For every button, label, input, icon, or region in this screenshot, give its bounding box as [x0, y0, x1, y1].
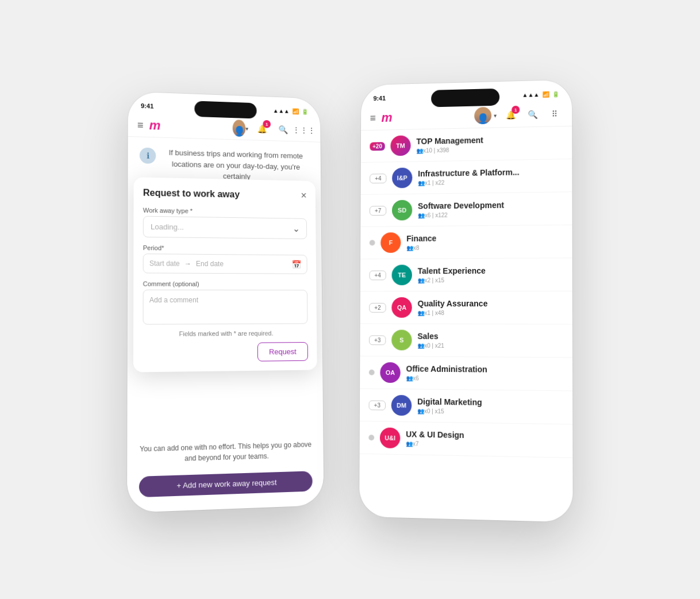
search-icon[interactable]: 🔍	[275, 121, 291, 137]
dept-meta: 👥x7	[406, 440, 563, 450]
dept-info: Quality Assurance 👥x1 | x48	[418, 299, 563, 316]
dept-meta: 👥x1 | x22	[418, 178, 563, 186]
dept-meta: 👥x1 | x48	[418, 310, 563, 316]
list-item[interactable]: +2 QA Quality Assurance 👥x1 | x48	[360, 291, 572, 325]
dept-name: UX & UI Design	[406, 429, 563, 441]
period-label: Period*	[143, 244, 307, 253]
comment-textarea[interactable]: Add a comment	[143, 290, 308, 325]
dept-name: Digital Marketing	[417, 397, 563, 409]
modal-title: Request to work away	[143, 187, 240, 199]
right-status-icons: ▲▲▲ 📶 🔋	[522, 91, 559, 98]
signal-icon: ▲▲▲	[522, 91, 540, 98]
search-icon[interactable]: 🔍	[524, 106, 540, 123]
dept-info: Finance 👥x8	[406, 233, 563, 251]
dept-name: Talent Experience	[418, 266, 563, 276]
start-date-placeholder: Start date	[149, 259, 180, 267]
work-away-type-label: Work away type *	[143, 207, 307, 216]
list-item[interactable]: +3 DM Digital Marketing 👥x0 | x15	[360, 389, 573, 424]
right-phone: 9:41 ▲▲▲ 📶 🔋 ≡ m ▾ 🔔 1 🔍 ⠿	[359, 80, 573, 523]
list-item[interactable]: +4 I&P Infrastructure & Platform... 👥x1 …	[361, 159, 572, 195]
dept-count-badge: +7	[370, 206, 386, 216]
chevron-down-icon: ▾	[245, 125, 248, 132]
dept-avatar: S	[391, 330, 412, 351]
dept-avatar: OA	[380, 362, 400, 383]
scene: 9:41 ▲▲▲ 📶 🔋 ≡ m ▾ 🔔 1 🔍 ⋮⋮⋮	[34, 81, 666, 518]
dept-info: TOP Management 👥x10 | x398	[416, 134, 563, 153]
comment-label: Comment (optional)	[143, 281, 307, 288]
list-item[interactable]: +3 S Sales 👥x0 | x21	[360, 324, 572, 358]
request-button[interactable]: Request	[257, 342, 308, 362]
modal-header: Request to work away ×	[143, 186, 307, 201]
notification-icon[interactable]: 🔔 1	[254, 121, 270, 137]
people-icon: 👥	[417, 408, 424, 414]
period-field[interactable]: Start date → End date 📅	[143, 254, 307, 274]
dept-avatar: SD	[392, 200, 412, 221]
avatar-container[interactable]: ▾	[233, 120, 249, 136]
people-icon: 👥	[406, 375, 413, 381]
info-icon: ℹ	[140, 147, 156, 164]
hamburger-icon[interactable]: ≡	[137, 119, 144, 131]
list-item[interactable]: U&I UX & UI Design 👥x7	[360, 421, 573, 458]
hamburger-icon[interactable]: ≡	[370, 112, 376, 124]
people-icon: 👥	[418, 212, 425, 218]
dept-avatar: I&P	[392, 167, 412, 188]
avatar-group[interactable]: ▾	[474, 107, 497, 125]
dept-count-badge: +2	[369, 302, 386, 312]
list-item[interactable]: OA Office Administration 👥x6	[360, 356, 572, 391]
close-button[interactable]: ×	[301, 190, 306, 202]
dept-meta: 👥x6	[406, 375, 563, 383]
department-list: +20 TM TOP Management 👥x10 | x398 +4 I&P…	[360, 126, 573, 458]
list-item[interactable]: F Finance 👥x8	[360, 225, 572, 259]
dept-name: Office Administration	[406, 364, 563, 375]
right-time: 9:41	[374, 95, 386, 102]
dept-dot	[370, 240, 375, 245]
dept-meta: 👥x2 | x15	[418, 277, 563, 283]
dept-name: Software Development	[418, 200, 563, 212]
work-away-modal: Request to work away × Work away type * …	[133, 177, 317, 372]
people-icon: 👥	[406, 245, 413, 251]
grid-icon[interactable]: ⋮⋮⋮	[296, 122, 311, 139]
add-work-away-button[interactable]: + Add new work away request	[139, 471, 313, 497]
dept-meta: 👥x0 | x15	[417, 408, 563, 416]
grid-icon[interactable]: ⠿	[547, 106, 563, 122]
people-icon: 👥	[418, 277, 425, 283]
dept-meta: 👥x8	[406, 244, 563, 251]
dept-meta: 👥x6 | x122	[418, 211, 563, 219]
arrow-right-icon: →	[184, 260, 191, 268]
list-item[interactable]: +7 SD Software Development 👥x6 | x122	[360, 192, 572, 227]
left-time: 9:41	[141, 102, 153, 110]
work-away-type-dropdown[interactable]: Loading... ⌄	[143, 216, 307, 239]
list-item[interactable]: +4 TE Talent Experience 👥x2 | x15	[360, 258, 572, 291]
dept-avatar: TE	[392, 264, 412, 285]
dept-avatar: F	[380, 232, 401, 253]
wifi-icon: 📶	[543, 91, 549, 97]
avatar	[233, 120, 246, 137]
left-status-icons: ▲▲▲ 📶 🔋	[273, 107, 308, 115]
dept-info: Talent Experience 👥x2 | x15	[418, 266, 563, 283]
dept-avatar: U&I	[380, 428, 401, 449]
dept-meta: 👥x0 | x21	[417, 343, 563, 350]
chevron-down-icon: ▾	[494, 112, 497, 118]
people-icon: 👥	[418, 310, 425, 316]
dept-name: Infrastructure & Platform...	[418, 167, 563, 179]
left-phone: 9:41 ▲▲▲ 📶 🔋 ≡ m ▾ 🔔 1 🔍 ⋮⋮⋮	[127, 91, 324, 513]
dept-info: UX & UI Design 👥x7	[406, 429, 563, 450]
dept-info: Infrastructure & Platform... 👥x1 | x22	[418, 167, 563, 186]
bottom-info-text: You can add one with no effort. This hel…	[127, 433, 324, 472]
dept-count-badge: +20	[370, 142, 384, 151]
dept-name: Finance	[406, 233, 563, 244]
dept-name: TOP Management	[416, 134, 563, 147]
people-icon: 👥	[406, 440, 413, 447]
list-item[interactable]: +20 TM TOP Management 👥x10 | x398	[361, 126, 572, 163]
dept-info: Sales 👥x0 | x21	[417, 332, 563, 350]
dept-avatar: DM	[391, 395, 412, 416]
notification-badge: 1	[263, 120, 271, 128]
dept-count-badge: +4	[370, 270, 386, 280]
calendar-icon: 📅	[291, 260, 301, 269]
people-icon: 👥	[416, 148, 423, 154]
dept-avatar: TM	[390, 135, 410, 156]
battery-icon: 🔋	[302, 108, 309, 114]
notification-icon[interactable]: 🔔 1	[502, 107, 518, 123]
signal-icon: ▲▲▲	[273, 107, 290, 114]
required-note: Fields marked with * are required.	[143, 329, 308, 337]
